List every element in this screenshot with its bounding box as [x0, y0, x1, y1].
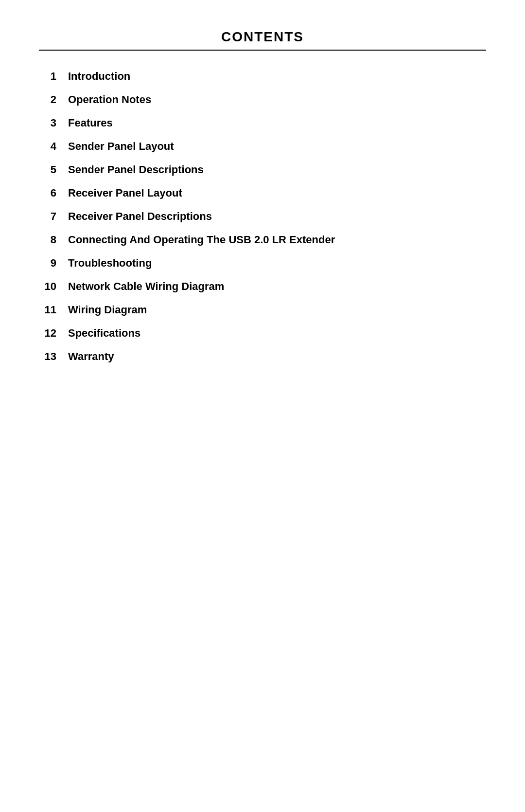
toc-number: 8 [39, 234, 56, 246]
toc-item: 11Wiring Diagram [39, 304, 486, 316]
toc-number: 12 [39, 327, 56, 340]
toc-number: 7 [39, 210, 56, 223]
toc-number: 13 [39, 350, 56, 363]
toc-number: 10 [39, 280, 56, 293]
toc-number: 2 [39, 93, 56, 106]
toc-label: Introduction [68, 70, 130, 83]
toc-item: 3Features [39, 117, 486, 129]
toc-item: 2Operation Notes [39, 93, 486, 106]
toc-label: Wiring Diagram [68, 304, 147, 316]
toc-number: 9 [39, 257, 56, 270]
toc-number: 3 [39, 117, 56, 129]
toc-label: Receiver Panel Descriptions [68, 210, 212, 223]
toc-label: Features [68, 117, 113, 129]
toc-list: 1Introduction2Operation Notes3Features4S… [39, 70, 486, 363]
toc-label: Connecting And Operating The USB 2.0 LR … [68, 234, 335, 246]
toc-item: 12Specifications [39, 327, 486, 340]
toc-item: 1Introduction [39, 70, 486, 83]
toc-item: 6Receiver Panel Layout [39, 187, 486, 199]
toc-label: Sender Panel Layout [68, 140, 174, 153]
toc-item: 4Sender Panel Layout [39, 140, 486, 153]
toc-label: Warranty [68, 350, 114, 363]
page-container: CONTENTS 1Introduction2Operation Notes3F… [39, 19, 486, 363]
toc-number: 1 [39, 70, 56, 83]
toc-number: 11 [39, 304, 56, 316]
toc-item: 9Troubleshooting [39, 257, 486, 270]
toc-label: Sender Panel Descriptions [68, 163, 204, 176]
toc-number: 6 [39, 187, 56, 199]
header-divider [39, 50, 486, 51]
header-section: CONTENTS [39, 29, 486, 45]
toc-label: Receiver Panel Layout [68, 187, 182, 199]
toc-item: 5Sender Panel Descriptions [39, 163, 486, 176]
toc-item: 10Network Cable Wiring Diagram [39, 280, 486, 293]
toc-item: 7Receiver Panel Descriptions [39, 210, 486, 223]
toc-item: 13Warranty [39, 350, 486, 363]
toc-label: Specifications [68, 327, 140, 340]
toc-number: 5 [39, 163, 56, 176]
toc-label: Network Cable Wiring Diagram [68, 280, 224, 293]
toc-label: Operation Notes [68, 93, 151, 106]
toc-item: 8Connecting And Operating The USB 2.0 LR… [39, 234, 486, 246]
toc-number: 4 [39, 140, 56, 153]
toc-label: Troubleshooting [68, 257, 152, 270]
page-title: CONTENTS [39, 29, 486, 45]
